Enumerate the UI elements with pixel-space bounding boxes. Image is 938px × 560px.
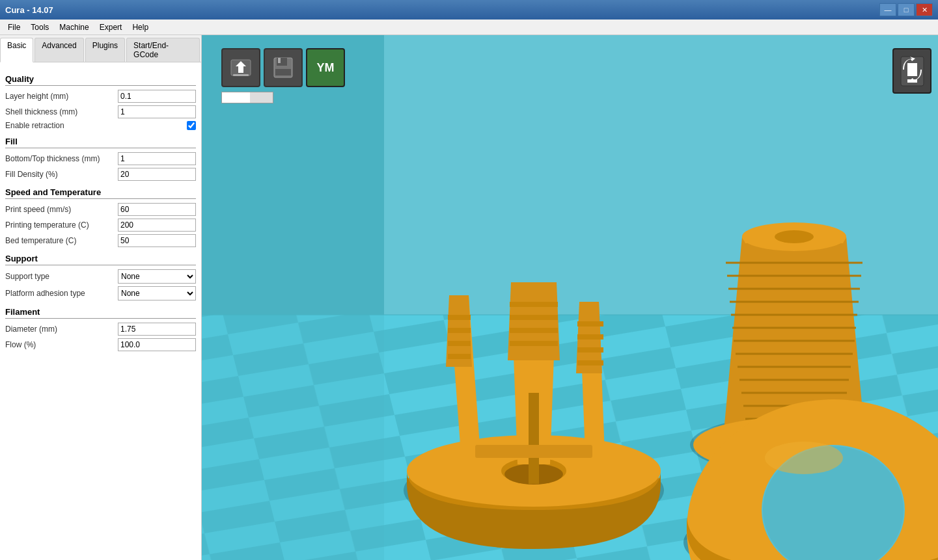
print-speed-input[interactable]: [118, 203, 196, 216]
bed-temp-input[interactable]: [118, 234, 196, 247]
fill-density-label: Fill Density (%): [5, 170, 118, 179]
ym-label: YM: [317, 61, 335, 75]
main-layout: Basic Advanced Plugins Start/End-GCode Q…: [0, 35, 938, 560]
viewport: YM: [202, 35, 938, 560]
progress-bar-container: [221, 92, 273, 103]
svg-rect-31: [475, 445, 592, 458]
print-temp-label: Printing temperature (C): [5, 220, 118, 230]
diameter-input[interactable]: [118, 323, 196, 336]
tab-startend[interactable]: Start/End-GCode: [126, 38, 200, 62]
rotate-view-button[interactable]: [892, 48, 931, 94]
menu-help[interactable]: Help: [127, 21, 154, 33]
fill-density-input[interactable]: [118, 168, 196, 181]
svg-rect-59: [278, 58, 281, 63]
tab-advanced[interactable]: Advanced: [34, 38, 83, 62]
svg-rect-20: [448, 341, 471, 346]
menubar: File Tools Machine Expert Help: [0, 20, 938, 35]
ym-button[interactable]: YM: [306, 48, 345, 87]
shell-thickness-row: Shell thickness (mm): [5, 105, 196, 118]
layer-height-input[interactable]: [118, 90, 196, 103]
flow-label: Flow (%): [5, 340, 118, 349]
print-speed-label: Print speed (mm/s): [5, 205, 118, 214]
load-icon: [228, 55, 254, 81]
load-model-button[interactable]: [221, 48, 260, 87]
rotate-icon: [898, 53, 927, 89]
toolbar-row-2: [221, 90, 345, 103]
tab-basic[interactable]: Basic: [0, 38, 33, 62]
print-speed-row: Print speed (mm/s): [5, 203, 196, 216]
svg-rect-25: [510, 341, 558, 346]
bed-temp-label: Bed temperature (C): [5, 236, 118, 245]
settings-panel: Quality Layer height (mm) Shell thicknes…: [0, 62, 201, 560]
fill-density-row: Fill Density (%): [5, 168, 196, 181]
svg-rect-28: [577, 347, 603, 353]
platform-adhesion-select[interactable]: None Brim Raft: [118, 286, 196, 300]
svg-point-54: [765, 442, 843, 474]
bed-temp-row: Bed temperature (C): [5, 234, 196, 247]
flow-input[interactable]: [118, 338, 196, 351]
titlebar-title: Cura - 14.07: [5, 5, 53, 15]
svg-rect-27: [577, 334, 603, 340]
platform-adhesion-row: Platform adhesion type None Brim Raft: [5, 286, 196, 300]
close-button[interactable]: ✕: [916, 3, 933, 16]
svg-point-48: [775, 230, 814, 243]
diameter-label: Diameter (mm): [5, 325, 118, 334]
support-section-title: Support: [5, 254, 196, 265]
viewport-toolbar: YM: [221, 48, 345, 107]
svg-rect-19: [448, 328, 471, 333]
support-type-label: Support type: [5, 272, 118, 281]
titlebar: Cura - 14.07 — □ ✕: [0, 0, 938, 20]
platform-adhesion-label: Platform adhesion type: [5, 289, 118, 298]
quality-section-title: Quality: [5, 74, 196, 86]
svg-marker-12: [202, 35, 384, 560]
support-type-row: Support type None Touching buildplate Ev…: [5, 269, 196, 284]
bottom-top-input[interactable]: [118, 152, 196, 165]
layer-height-label: Layer height (mm): [5, 92, 118, 101]
flow-row: Flow (%): [5, 338, 196, 351]
minimize-button[interactable]: —: [879, 3, 896, 16]
progress-bar-fill: [222, 92, 250, 103]
print-temp-input[interactable]: [118, 219, 196, 232]
filament-section-title: Filament: [5, 307, 196, 319]
enable-retraction-row: Enable retraction: [5, 121, 196, 130]
support-type-select[interactable]: None Touching buildplate Everywhere: [118, 269, 196, 284]
svg-rect-30: [529, 393, 539, 484]
maximize-button[interactable]: □: [898, 3, 915, 16]
svg-rect-23: [510, 315, 558, 320]
svg-rect-26: [577, 321, 603, 327]
tab-plugins[interactable]: Plugins: [85, 38, 125, 62]
menu-file[interactable]: File: [3, 21, 25, 33]
save-gcode-button[interactable]: [264, 48, 303, 87]
shell-thickness-input[interactable]: [118, 105, 196, 118]
save-icon: [270, 55, 296, 81]
speed-section-title: Speed and Temperature: [5, 187, 196, 199]
menu-expert[interactable]: Expert: [94, 21, 128, 33]
svg-rect-60: [275, 69, 291, 75]
svg-rect-56: [233, 74, 249, 76]
enable-retraction-label: Enable retraction: [5, 121, 187, 130]
titlebar-controls: — □ ✕: [879, 3, 933, 16]
svg-rect-22: [510, 302, 558, 307]
shell-thickness-label: Shell thickness (mm): [5, 107, 118, 116]
svg-rect-29: [577, 360, 603, 366]
bottom-top-row: Bottom/Top thickness (mm): [5, 152, 196, 165]
tabs: Basic Advanced Plugins Start/End-GCode: [0, 35, 201, 62]
diameter-row: Diameter (mm): [5, 323, 196, 336]
bottom-top-label: Bottom/Top thickness (mm): [5, 154, 118, 163]
svg-rect-18: [448, 315, 471, 320]
enable-retraction-checkbox[interactable]: [187, 121, 196, 130]
left-panel: Basic Advanced Plugins Start/End-GCode Q…: [0, 35, 202, 560]
menu-machine[interactable]: Machine: [54, 21, 94, 33]
toolbar-row-1: YM: [221, 48, 345, 87]
print-temp-row: Printing temperature (C): [5, 219, 196, 232]
menu-tools[interactable]: Tools: [25, 21, 54, 33]
svg-rect-24: [510, 328, 558, 333]
svg-rect-21: [448, 354, 471, 359]
fill-section-title: Fill: [5, 137, 196, 148]
layer-height-row: Layer height (mm): [5, 90, 196, 103]
